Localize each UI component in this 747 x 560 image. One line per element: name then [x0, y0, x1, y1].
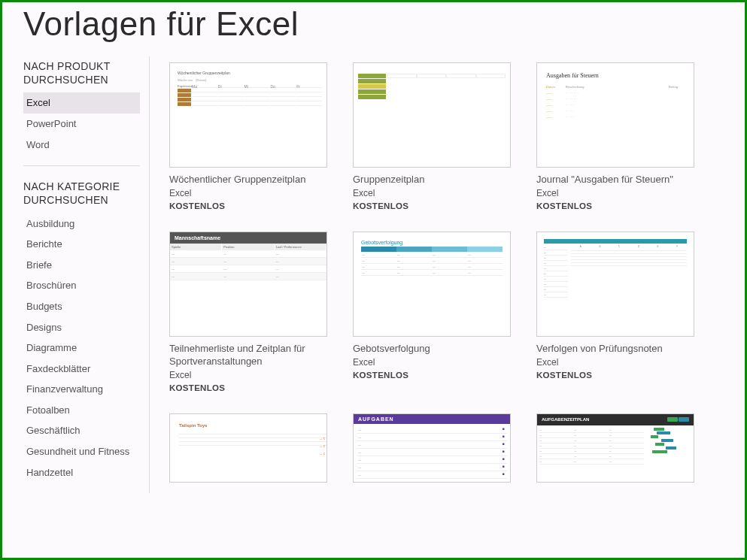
product-heading: NACH PRODUKT DURCHSUCHEN	[23, 59, 140, 86]
template-thumbnail: Ausgaben für Steuern DatumBeschreibungBe…	[536, 62, 694, 168]
sidebar: NACH PRODUKT DURCHSUCHEN Excel PowerPoin…	[23, 56, 150, 493]
template-thumbnail	[353, 62, 511, 168]
thumb-caption: AUFGABEN	[358, 416, 394, 422]
template-card[interactable]: Ausgaben für Steuern DatumBeschreibungBe…	[536, 62, 694, 210]
template-app: Excel	[169, 188, 327, 198]
template-price: KOSTENLOS	[536, 201, 694, 210]
sidebar-item-gesundheit[interactable]: Gesundheit und Fitness	[23, 441, 140, 462]
templates-page: Vorlagen für Excel NACH PRODUKT DURCHSUC…	[2, 2, 745, 493]
template-app: Excel	[353, 188, 511, 198]
sidebar-item-briefe[interactable]: Briefe	[23, 255, 140, 276]
template-app: Excel	[169, 370, 327, 380]
template-title: Verfolgen von Prüfungsnoten	[536, 343, 694, 356]
templates-grid: Wöchentlicher Gruppenzeitplan Woche von …	[169, 62, 724, 483]
template-title: Wöchentlicher Gruppenzeitplan	[169, 174, 327, 186]
template-card[interactable]: AUFGABEN —■ —■ —■ —■ —■ —■ —■	[353, 413, 511, 483]
template-card[interactable]: Wöchentlicher Gruppenzeitplan Woche von …	[169, 62, 327, 210]
template-app: Excel	[536, 357, 694, 368]
sidebar-item-word[interactable]: Word	[23, 135, 140, 156]
template-card[interactable]: AUFGABENZEITPLAN ——— ——— ——— ——— ———	[536, 413, 694, 483]
page-title: Vorlagen für Excel	[23, 5, 724, 43]
sidebar-item-broschueren[interactable]: Broschüren	[23, 275, 140, 296]
template-card[interactable]: Gebotsverfolgung ———— ———— ———— ———— Geb…	[353, 232, 511, 392]
sidebar-item-excel[interactable]: Excel	[23, 92, 140, 114]
sidebar-item-diagramme[interactable]: Diagramme	[23, 338, 140, 359]
sidebar-item-ausbildung[interactable]: Ausbildung	[23, 213, 140, 235]
template-price: KOSTENLOS	[169, 383, 327, 392]
sidebar-item-powerpoint[interactable]: PowerPoint	[23, 114, 140, 135]
thumb-caption: Wöchentlicher Gruppenzeitplan	[178, 71, 322, 75]
sidebar-item-faxdeckblaetter[interactable]: Faxdeckblätter	[23, 359, 140, 380]
template-price: KOSTENLOS	[169, 201, 327, 210]
template-card[interactable]: —————————— ABCDEF	[536, 232, 694, 392]
sidebar-item-fotoalben[interactable]: Fotoalben	[23, 400, 140, 421]
category-heading: NACH KATEGORIE DURCHSUCHEN	[23, 180, 140, 207]
template-card[interactable]: Tailspin Toys — € — € — €	[169, 413, 327, 483]
template-app: Excel	[536, 188, 694, 198]
template-price: KOSTENLOS	[353, 201, 511, 210]
thumb-caption: AUFGABENZEITPLAN	[542, 417, 589, 422]
template-card[interactable]: Gruppenzeitplan Excel KOSTENLOS	[353, 62, 511, 210]
template-title: Gebotsverfolgung	[353, 343, 511, 356]
sidebar-divider	[23, 165, 140, 166]
template-price: KOSTENLOS	[536, 371, 694, 380]
category-list: Ausbildung Berichte Briefe Broschüren Bu…	[23, 213, 140, 483]
template-thumbnail: —————————— ABCDEF	[536, 232, 694, 337]
template-title: Teilnehmerliste und Zeitplan für Sportve…	[169, 343, 327, 368]
template-app: Excel	[353, 357, 511, 368]
sidebar-item-geschaeftlich[interactable]: Geschäftlich	[23, 420, 140, 441]
template-thumbnail: AUFGABENZEITPLAN ——— ——— ——— ——— ———	[536, 413, 694, 483]
template-thumbnail: Wöchentlicher Gruppenzeitplan Woche von …	[169, 62, 327, 168]
templates-main: Wöchentlicher Gruppenzeitplan Woche von …	[169, 56, 724, 493]
layout: NACH PRODUKT DURCHSUCHEN Excel PowerPoin…	[23, 56, 724, 493]
template-thumbnail: Tailspin Toys — € — € — €	[169, 413, 327, 483]
thumb-caption: Gebotsverfolgung	[361, 240, 503, 245]
template-title: Gruppenzeitplan	[353, 174, 511, 186]
thumb-caption: Mannschaftsname	[170, 232, 326, 244]
template-thumbnail: Gebotsverfolgung ———— ———— ———— ————	[353, 232, 511, 337]
sidebar-item-berichte[interactable]: Berichte	[23, 234, 140, 255]
template-card[interactable]: Mannschaftsname SpielerPositionLauf / Pe…	[169, 232, 327, 392]
template-thumbnail: AUFGABEN —■ —■ —■ —■ —■ —■ —■	[353, 413, 511, 483]
product-list: Excel PowerPoint Word	[23, 92, 140, 155]
thumb-caption: Tailspin Toys	[179, 423, 326, 428]
sidebar-item-finanzverwaltung[interactable]: Finanzverwaltung	[23, 379, 140, 400]
template-price: KOSTENLOS	[353, 371, 511, 380]
sidebar-item-designs[interactable]: Designs	[23, 317, 140, 338]
sidebar-item-budgets[interactable]: Budgets	[23, 296, 140, 317]
sidebar-item-handzettel[interactable]: Handzettel	[23, 462, 140, 483]
template-title: Journal "Ausgaben für Steuern"	[536, 174, 694, 186]
template-thumbnail: Mannschaftsname SpielerPositionLauf / Pe…	[169, 232, 327, 337]
thumb-caption: Ausgaben für Steuern	[546, 72, 685, 79]
